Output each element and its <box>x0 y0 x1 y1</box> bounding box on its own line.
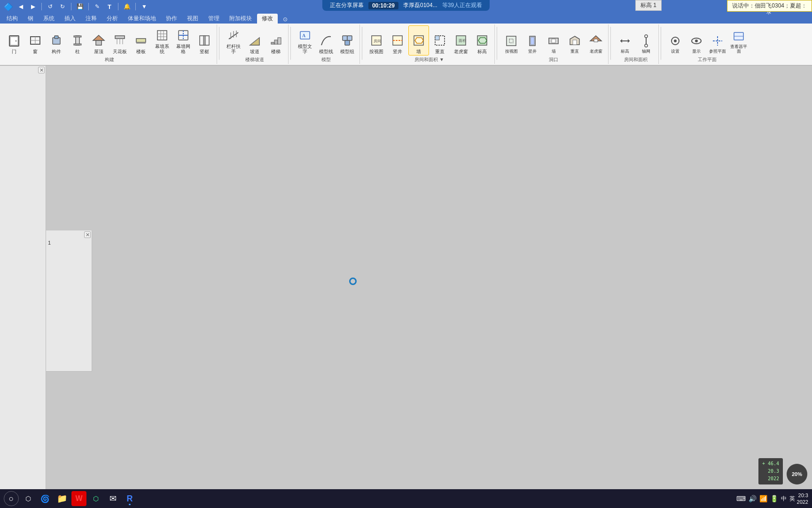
ceiling-btn[interactable]: 天花板 <box>109 25 130 56</box>
viewer-plane-btn[interactable]: 查看器平面 <box>728 25 749 56</box>
volume-icon[interactable]: 🔊 <box>749 495 757 502</box>
ramp-btn[interactable]: 坡道 <box>244 25 265 56</box>
svg-rect-63 <box>573 40 577 45</box>
tab-guanli[interactable]: 管理 <box>203 14 224 24</box>
ime-indicator[interactable]: 英 <box>789 495 795 503</box>
tab-fenxi[interactable]: 分析 <box>102 14 123 24</box>
wall-opening-btn[interactable]: 墙 <box>543 25 564 56</box>
save-btn[interactable]: 💾 <box>75 2 85 11</box>
stair-btn[interactable]: 楼梯 <box>265 25 286 56</box>
svg-rect-42 <box>347 36 352 40</box>
tab-shitu[interactable]: 视图 <box>182 14 203 24</box>
room-separator-btn[interactable]: 竖井 <box>387 25 408 56</box>
model-text-btn[interactable]: A 模型文字 <box>295 25 315 56</box>
drawing-canvas[interactable]: ✕ 1 + 46.4 20.3 2022 20% <box>46 66 812 489</box>
keyboard-icon[interactable]: ⌨ <box>736 495 746 502</box>
area-boundary-btn[interactable]: 重直 <box>429 25 450 56</box>
tab-fujia[interactable]: 附加模块 <box>225 14 257 24</box>
tab-xiugai[interactable]: 修改 <box>257 14 278 24</box>
revit-btn[interactable]: R <box>122 491 137 506</box>
ribbon-section-openings: 按视图 按视图 竖井 墙 <box>499 24 609 64</box>
panel-close-2[interactable]: ✕ <box>84 231 91 238</box>
back-btn[interactable]: ◀ <box>16 2 25 11</box>
floor-btn[interactable]: 楼板 <box>131 25 151 56</box>
text-btn[interactable]: T <box>105 2 114 11</box>
dropdown-btn[interactable]: ▼ <box>140 2 149 11</box>
tab-tiahe[interactable]: 体量和场地 <box>123 14 161 24</box>
level-btn[interactable]: 标高 <box>615 25 635 56</box>
curtain-grid-btn[interactable]: 幕墙网格 <box>173 25 194 56</box>
undo-btn[interactable]: ↺ <box>46 2 55 11</box>
shaft-btn[interactable]: 竖井 <box>522 25 543 56</box>
tab-xiezuo[interactable]: 协作 <box>161 14 182 24</box>
wps-btn[interactable]: W <box>71 491 86 506</box>
grid-btn[interactable]: 轴网 <box>636 25 656 56</box>
tag-area-btn[interactable]: 标高 <box>472 25 492 56</box>
tab-jiegou[interactable]: 结构 <box>2 14 23 24</box>
revit-logo-icon[interactable]: 🔷 <box>4 2 13 11</box>
ref-plane-btn[interactable]: 参照平面 <box>707 25 728 56</box>
roof-btn[interactable]: 屋顶 <box>88 25 109 56</box>
svg-rect-7 <box>55 36 58 39</box>
network-icon[interactable]: 📶 <box>759 495 767 502</box>
svg-rect-65 <box>594 39 598 42</box>
separator4 <box>118 3 118 10</box>
ribbon-section-datum: 标高 轴网 房间和面积 <box>613 24 659 64</box>
show-btn[interactable]: 显示 <box>686 25 707 56</box>
room-btn[interactable]: 房间 按视图 <box>366 25 387 56</box>
wps-browser-btn[interactable]: ⬡ <box>88 491 103 506</box>
tab-zhushi[interactable]: 注释 <box>81 14 102 24</box>
area-btn[interactable]: 面积 老虎窗 <box>451 25 471 56</box>
section-label-stair: 楼梯坡道 <box>221 56 288 63</box>
shaft-icon <box>525 33 540 48</box>
svg-rect-41 <box>343 36 347 40</box>
dormer-btn[interactable]: 老虎窗 <box>586 25 606 56</box>
tab-extra[interactable]: ⊙ <box>278 15 292 24</box>
notify-btn[interactable]: 🔔 <box>122 2 132 11</box>
panel-close-1[interactable]: ✕ <box>38 67 45 73</box>
door-btn[interactable]: 门 <box>4 25 24 56</box>
floor-icon <box>133 33 148 48</box>
mullion-btn[interactable]: 竖梃 <box>194 25 215 56</box>
mullion-icon <box>197 33 212 48</box>
by-face-icon <box>504 33 519 48</box>
settings-btn[interactable]: 设置 <box>665 25 686 56</box>
taskbar-clock[interactable]: 20:3 2022 <box>797 492 808 506</box>
zoom-indicator[interactable]: 20% <box>787 464 807 484</box>
svg-rect-20 <box>157 31 167 40</box>
area-icon: 面积 <box>453 33 468 48</box>
vertical-btn[interactable]: 重直 <box>564 25 585 56</box>
tab-gang[interactable]: 钢 <box>23 14 38 24</box>
redo-btn[interactable]: ↻ <box>58 2 67 11</box>
lang-indicator[interactable]: 中 <box>781 495 787 503</box>
component-btn[interactable]: 构件 <box>46 25 67 56</box>
by-face-btn[interactable]: 按视图 按视图 <box>501 25 522 56</box>
tab-charu[interactable]: 插入 <box>60 14 80 24</box>
separator1 <box>41 3 42 10</box>
tab-xitong[interactable]: 系统 <box>39 14 59 24</box>
measure-btn[interactable]: ✎ <box>93 2 102 11</box>
curtain-system-btn[interactable]: 幕墙系统 <box>152 25 172 56</box>
window-btn[interactable]: 窗 <box>25 25 46 56</box>
mail-btn[interactable]: ✉ <box>105 491 120 506</box>
section-label-workplane: 工作平面 <box>663 56 751 63</box>
column-btn[interactable]: 柱 <box>67 25 88 56</box>
tag-room-btn[interactable]: 墙 <box>408 25 429 56</box>
ribbon-section-stair: 栏杆扶手 坡道 楼梯 楼梯坡道 <box>221 24 289 64</box>
task-view-btn[interactable]: ⬡ <box>21 491 36 506</box>
model-line-btn[interactable]: 模型线 <box>316 25 336 56</box>
dormer-icon <box>588 33 603 48</box>
model-group-btn[interactable]: 模型组 <box>337 25 358 56</box>
battery-icon[interactable]: 🔋 <box>770 495 778 502</box>
svg-rect-29 <box>203 36 205 45</box>
svg-rect-10 <box>74 44 81 45</box>
share-label: 正在分享屏幕 <box>330 1 364 9</box>
explorer-btn[interactable]: 📁 <box>55 491 70 506</box>
edge-btn[interactable]: 🌀 <box>38 491 53 506</box>
svg-rect-48 <box>414 36 423 45</box>
app-container: 🔷 ◀ ▶ ↺ ↻ 💾 ✎ T 🔔 ▼ 正在分享屏幕 00:10:29 李厚磊0… <box>0 0 812 508</box>
start-button[interactable]: ○ <box>4 491 19 506</box>
railing-btn[interactable]: 栏杆扶手 <box>223 25 244 56</box>
ref-plane-icon <box>710 33 725 48</box>
forward-btn[interactable]: ▶ <box>28 2 38 11</box>
